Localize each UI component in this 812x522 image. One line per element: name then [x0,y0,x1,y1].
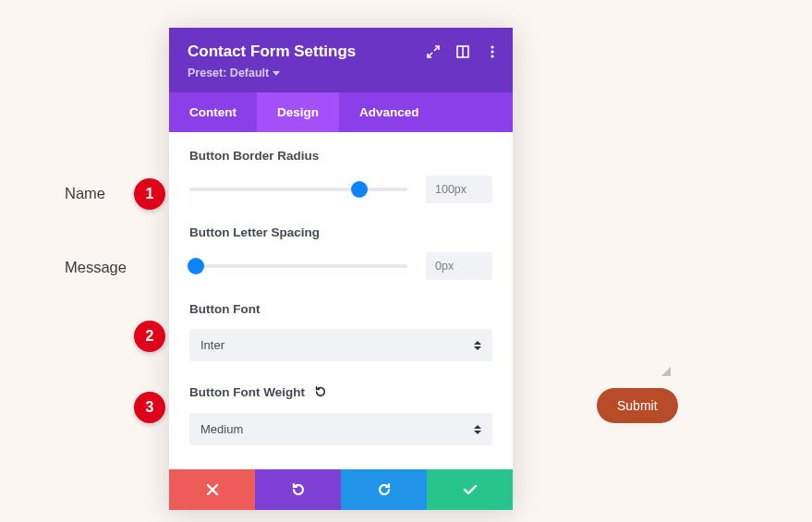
letter-spacing-slider[interactable] [189,264,407,268]
annotation-badge-2: 2 [134,321,165,352]
modal-header: Contact Form Settings Preset: Default [169,28,513,92]
control-label: Button Font [189,302,492,316]
tab-design[interactable]: Design [257,92,339,132]
control-label: Button Font Weight [189,383,492,400]
preset-selector[interactable]: Preset: Default [188,67,280,79]
border-radius-slider[interactable] [189,188,407,191]
annotation-badge-3: 3 [134,392,165,423]
modal-tabs: Content Design Advanced [169,92,513,132]
settings-modal: Contact Form Settings Preset: Default [169,28,513,510]
select-value: Medium [200,422,243,436]
chevron-down-icon [273,71,280,76]
reset-icon[interactable] [312,383,329,400]
redo-button[interactable] [341,469,427,510]
sort-icon [474,341,481,350]
border-radius-input[interactable]: 100px [426,176,492,203]
annotation-badge-1: 1 [134,178,165,210]
undo-button[interactable] [255,469,341,510]
form-label-name: Name [65,185,105,202]
sort-icon [474,425,481,434]
control-label: Button Border Radius [189,149,492,163]
svg-point-6 [491,55,493,57]
control-font-family: Button Font Inter [189,302,492,361]
more-vertical-icon[interactable] [485,44,500,59]
tab-content[interactable]: Content [169,92,257,132]
control-font-weight: Button Font Weight Medium [189,383,492,445]
font-family-select[interactable]: Inter [189,329,492,361]
tab-advanced[interactable]: Advanced [339,92,440,132]
modal-body: Button Border Radius 100px Button Letter… [169,132,513,464]
submit-button[interactable]: Submit [597,388,678,423]
control-label: Button Letter Spacing [189,225,492,239]
expand-icon[interactable] [426,44,441,59]
svg-point-4 [491,45,493,48]
textarea-resize-handle[interactable] [660,365,671,376]
font-weight-select[interactable]: Medium [189,413,492,445]
modal-footer [169,469,513,510]
svg-point-5 [491,50,493,53]
slider-thumb[interactable] [351,181,368,198]
control-border-radius: Button Border Radius 100px [189,149,492,203]
slider-thumb[interactable] [188,258,204,274]
preset-label: Preset: Default [188,67,269,79]
columns-icon[interactable] [455,44,470,59]
form-label-message: Message [65,259,127,276]
select-value: Inter [200,338,224,352]
save-button[interactable] [427,469,513,510]
control-letter-spacing: Button Letter Spacing 0px [189,225,492,280]
letter-spacing-input[interactable]: 0px [426,252,492,280]
cancel-button[interactable] [169,469,255,510]
